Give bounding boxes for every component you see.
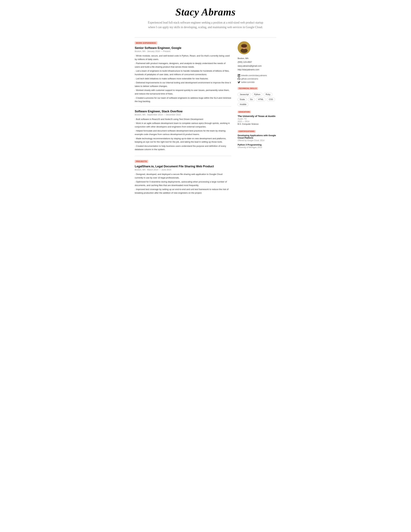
certifications-label: CERTIFICATIONS	[238, 130, 256, 133]
work-experience-section: WORK EXPERIENCE Senior Software Engineer…	[135, 41, 231, 151]
project-1: LegalShare.io, Legal Document File Shari…	[135, 165, 231, 195]
cert-2: Python 3 Programming University of Michi…	[238, 143, 276, 149]
bullet: · Led tech debt initiatives to make soft…	[135, 77, 231, 80]
job-2-meta: Boston, MA · September 2014 — December 2…	[135, 114, 231, 116]
projects-section: PROJECTS LegalShare.io, Legal Document F…	[135, 160, 231, 195]
edu-1-location: Austin, TX	[238, 118, 276, 120]
twitter-text: twitter.com/stbr	[241, 81, 255, 83]
linkedin-icon	[238, 74, 240, 77]
edu-1-degree: B.S. Computer Science	[238, 123, 276, 125]
skill-html: HTML	[256, 97, 266, 101]
cert-1: Developing Applications with Google Clou…	[238, 134, 276, 142]
contact-email: stacy.abrams@gmail.com	[238, 64, 276, 68]
bullet: · Created documentation to help business…	[135, 144, 231, 151]
github-icon	[238, 77, 240, 80]
svg-rect-6	[241, 45, 247, 47]
contact-info: Boston, MA (555) 123-4567 stacy.abrams@g…	[238, 57, 276, 72]
education-label: EDUCATION	[238, 111, 251, 113]
left-column: WORK EXPERIENCE Senior Software Engineer…	[135, 41, 231, 199]
contact-phone: (555) 123-4567	[238, 60, 276, 64]
job-2: Software Engineer, Stack Overflow Boston…	[135, 110, 231, 151]
project-1-meta: Boston, MA · March 2014 — June 2015	[135, 169, 231, 171]
job-1-meta: Boston, MA · January 2016 — Present	[135, 50, 231, 52]
contact-website: http://stacyabrams.com	[238, 68, 276, 71]
job-1-title: Senior Software Engineer, Google	[135, 46, 231, 50]
skills-tags: Javascript Python Ruby Scala Go HTML CSS…	[238, 93, 276, 106]
social-github: github.com/sbrams	[238, 77, 276, 80]
bullet: · Built software in ReactJS and NodeJS u…	[135, 117, 231, 121]
cert-1-meta: Offered by Google Cloud, 2014	[238, 139, 276, 142]
bullet: · Optimized for 0 downtime during deploy…	[135, 180, 231, 187]
work-experience-label: WORK EXPERIENCE	[135, 41, 157, 44]
bullet: · Designed, developed, and deployed a se…	[135, 172, 231, 180]
candidate-summary: Experienced lead full-stack software eng…	[148, 20, 263, 30]
edu-1-years: 2010 — 2014	[238, 120, 276, 123]
bullet: · Created a process for our team of soft…	[135, 96, 231, 103]
bullet: · Worked closely with customer support t…	[135, 88, 231, 95]
education-1: The University of Texas at Austin Austin…	[238, 115, 276, 125]
contact-location: Boston, MA	[238, 57, 276, 60]
job-1-bullets: · Wrote modular, secure, and well-tested…	[135, 54, 231, 103]
technical-skills-section: TECHNICAL SKILLS Javascript Python Ruby …	[238, 87, 276, 106]
avatar	[238, 41, 251, 54]
main-layout: WORK EXPERIENCE Senior Software Engineer…	[135, 41, 276, 199]
twitter-icon	[238, 81, 240, 84]
bullet: · Helped formulate and document software…	[135, 129, 231, 136]
candidate-name: Stacy Abrams	[135, 6, 276, 18]
bullet: · Led a team of engineers to build infra…	[135, 69, 231, 76]
avatar-image	[238, 41, 251, 54]
technical-skills-label: TECHNICAL SKILLS	[238, 87, 258, 90]
skill-ruby: Ruby	[264, 93, 272, 96]
cert-1-title: Developing Applications with Google Clou…	[238, 134, 276, 139]
social-twitter: twitter.com/stbr	[238, 81, 276, 84]
svg-point-9	[238, 74, 238, 75]
social-links: linkedin.com/in/stacy.abrams github.com/…	[238, 74, 276, 84]
bullet: · Partnered with product managers, desig…	[135, 62, 231, 68]
job-2-title: Software Engineer, Stack Overflow	[135, 110, 231, 113]
linkedin-text: linkedin.com/in/stacy.abrams	[241, 74, 267, 76]
certifications-section: CERTIFICATIONS Developing Applications w…	[238, 130, 276, 149]
header-divider	[135, 37, 276, 38]
skill-scala: Scala	[238, 97, 247, 101]
bullet: · Wrote modular, secure, and well-tested…	[135, 54, 231, 61]
cert-2-title: Python 3 Programming	[238, 143, 276, 146]
svg-rect-8	[238, 75, 238, 76]
project-1-bullets: · Designed, developed, and deployed a se…	[135, 172, 231, 195]
svg-point-1	[241, 48, 248, 53]
skill-javascript: Javascript	[238, 93, 251, 96]
bullet: · Delivered improvements to our internal…	[135, 81, 231, 88]
job-1: Senior Software Engineer, Google Boston,…	[135, 46, 231, 103]
job-2-bullets: · Built software in ReactJS and NodeJS u…	[135, 117, 231, 151]
bullet: · Improved test coverage by setting up a…	[135, 188, 231, 195]
cert-2-meta: University of Michigan, 2013	[238, 146, 276, 149]
social-linkedin: linkedin.com/in/stacy.abrams	[238, 74, 276, 77]
resume-header: Stacy Abrams Experienced lead full-stack…	[135, 6, 276, 33]
project-1-title: LegalShare.io, Legal Document File Shari…	[135, 165, 231, 168]
section-divider	[135, 156, 231, 156]
education-section: EDUCATION The University of Texas at Aus…	[238, 110, 276, 125]
bullet: · Made technology recommendations by sta…	[135, 137, 231, 144]
skill-css: CSS	[267, 97, 275, 101]
right-column: Boston, MA (555) 123-4567 stacy.abrams@g…	[238, 41, 276, 153]
bullet: · Work in an agile software development …	[135, 122, 231, 128]
skill-python: Python	[252, 93, 262, 96]
edu-1-school: The University of Texas at Austin	[238, 115, 276, 117]
projects-label: PROJECTS	[135, 160, 148, 163]
skill-go: Go	[248, 97, 255, 101]
github-text: github.com/sbrams	[241, 78, 258, 80]
skill-ansible: Ansible	[238, 103, 248, 106]
